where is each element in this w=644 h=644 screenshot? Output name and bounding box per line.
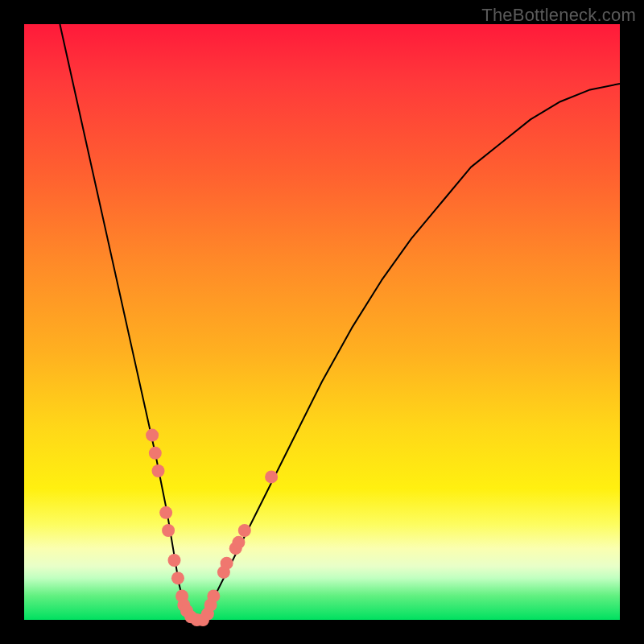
curve-line (60, 24, 620, 620)
data-markers (146, 429, 278, 626)
data-marker (265, 470, 278, 483)
data-marker (238, 524, 251, 537)
data-marker (207, 589, 220, 602)
data-marker (232, 536, 245, 549)
chart-container: TheBottleneck.com (0, 0, 644, 644)
bottleneck-curve (60, 24, 620, 620)
data-marker (171, 572, 184, 584)
data-marker (152, 464, 165, 477)
curve-svg (24, 24, 620, 620)
watermark-text: TheBottleneck.com (481, 5, 636, 26)
data-marker (159, 506, 172, 519)
data-marker (162, 524, 175, 537)
plot-area (24, 24, 620, 620)
data-marker (146, 429, 159, 442)
data-marker (221, 557, 233, 570)
data-marker (149, 447, 162, 460)
data-marker (167, 554, 180, 567)
